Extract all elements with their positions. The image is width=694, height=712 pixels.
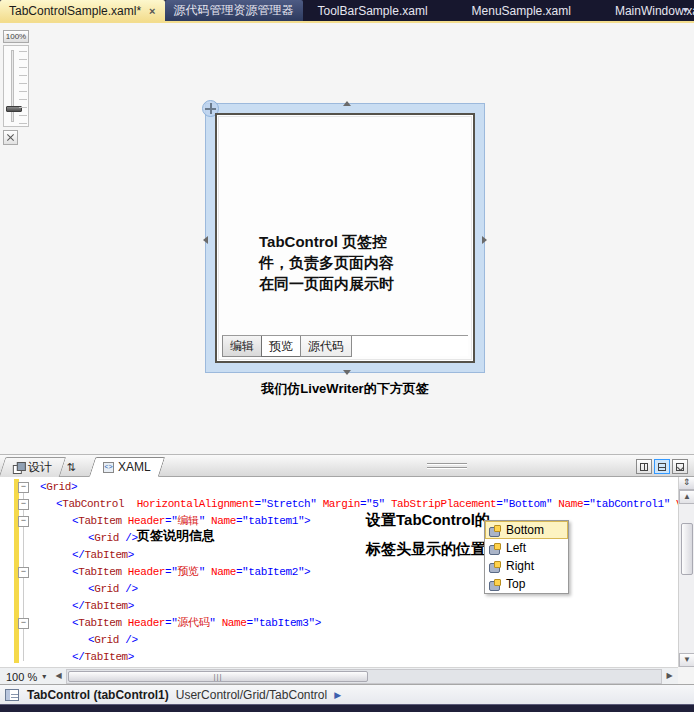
enum-value-icon [489, 561, 501, 572]
doc-tab-label: MenuSample.xaml [472, 4, 571, 18]
scroll-left-button[interactable]: ◀ [52, 669, 65, 684]
tabcontrol-tab-strip: 编辑预览源代码 [222, 335, 468, 356]
scroll-right-button[interactable]: ▶ [663, 669, 676, 684]
collapse-region-icon[interactable]: − [18, 516, 29, 527]
designer-xaml-split-bar[interactable]: 设计 ⇅ <>XAML [0, 455, 694, 477]
code-text: <Grid /> [40, 633, 138, 648]
intellisense-item-left[interactable]: Left [485, 539, 568, 557]
doc-tab-4[interactable]: MainWindow.xaml [606, 0, 694, 21]
breadcrumb-arrow-icon: ▶ [334, 690, 341, 700]
collapse-region-icon[interactable]: − [18, 567, 29, 578]
doc-tab-1[interactable]: 源代码管理资源管理器 [165, 0, 303, 21]
doc-tab-label: TabControlSample.xaml* [9, 4, 141, 18]
vertical-scroll-thumb[interactable] [681, 523, 693, 575]
enum-value-icon [489, 525, 501, 536]
editor-zoom-caret-icon: ▾ [42, 672, 46, 681]
annotation-set-tabcontrol-line1: 设置TabControl的 [366, 511, 490, 530]
intellisense-item-label: Left [506, 541, 526, 555]
code-text: <TabControl HorizontalAlignment="Stretch… [40, 497, 678, 512]
content-text-line: 件，负责多页面内容 [259, 252, 449, 273]
doc-tab-label: 源代码管理资源管理器 [174, 2, 294, 19]
code-line-9[interactable]: −<TabItem Header="源代码" Name="tabItem3"> [0, 615, 678, 632]
code-line-2[interactable]: −<TabControl HorizontalAlignment="Stretc… [0, 496, 678, 513]
document-outline-status-bar: TabControl (tabControl1) UserControl/Gri… [0, 684, 694, 704]
code-line-1[interactable]: −<Grid> [0, 479, 678, 496]
resize-handle-right[interactable] [482, 236, 487, 244]
designer-caption: 我们仿LiveWriter的下方页签 [205, 380, 485, 398]
selected-control-adorner[interactable]: TabControl 页签控件，负责多页面内容在同一页面内展示时 编辑预览源代码 [205, 103, 485, 373]
intellisense-item-bottom[interactable]: Bottom [485, 521, 568, 539]
preview-tab-plain[interactable]: 编辑 [222, 336, 262, 357]
tab-xaml-view[interactable]: <>XAML [89, 457, 165, 477]
code-line-8[interactable]: </TabItem> [0, 598, 678, 615]
code-lines: −<Grid>−<TabControl HorizontalAlignment=… [0, 479, 678, 666]
editor-zoom-value: 100 % [6, 671, 37, 683]
preview-tab-sel[interactable]: 预览 [261, 336, 301, 357]
code-line-6[interactable]: −<TabItem Header="预览" Name="tabItem2"> [0, 564, 678, 581]
collapse-region-icon[interactable]: − [18, 482, 29, 493]
horizontal-split-button[interactable] [654, 459, 670, 474]
code-line-4[interactable]: <Grid /> [0, 530, 678, 547]
code-text: <Grid> [40, 480, 77, 495]
close-tab-icon[interactable]: × [149, 5, 155, 17]
code-line-3[interactable]: −<TabItem Header="编辑" Name="tabItem1"> [0, 513, 678, 530]
selected-element-label[interactable]: TabControl (tabControl1) [27, 688, 169, 702]
window-bottom-edge [0, 704, 694, 712]
designer-zoom-widget: 100% [3, 30, 31, 148]
scroll-down-button[interactable]: ▼ [679, 653, 694, 667]
tab-overflow-icon[interactable]: ▾ [683, 4, 688, 15]
xaml-code-editor[interactable]: −<Grid>−<TabControl HorizontalAlignment=… [0, 477, 678, 667]
designer-zoom-slider[interactable] [3, 45, 29, 127]
doc-tab-3[interactable]: MenuSample.xaml [463, 0, 580, 21]
tabcontrol-content-text: TabControl 页签控件，负责多页面内容在同一页面内展示时 [259, 231, 449, 294]
enum-value-icon [489, 579, 501, 590]
tabcontrol-preview[interactable]: TabControl 页签控件，负责多页面内容在同一页面内展示时 编辑预览源代码 [215, 113, 475, 363]
horizontal-scroll-thumb[interactable]: ||| [68, 671, 368, 682]
resize-handle-bottom[interactable] [343, 370, 351, 375]
content-text-line: 在同一页面内展示时 [259, 273, 449, 294]
editor-zoom-selector[interactable]: 100 % ▾ [2, 669, 50, 684]
resize-handle-top[interactable] [343, 101, 351, 106]
scrollbar-splitter-handle[interactable]: ⇕ [679, 477, 694, 490]
intellisense-item-label: Bottom [506, 523, 544, 537]
enum-value-icon [489, 543, 501, 554]
editor-horizontal-scrollbar[interactable]: 100 % ▾ ◀ ||| ▶ [0, 667, 678, 684]
code-text: <TabItem Header="源代码" Name="tabItem3"> [40, 616, 321, 631]
intellisense-item-right[interactable]: Right [485, 557, 568, 575]
code-text: <TabItem Header="预览" Name="tabItem2"> [40, 565, 310, 580]
splitter-grip[interactable] [427, 463, 467, 471]
doc-tab-label: ToolBarSample.xaml [318, 4, 428, 18]
tabcontrol-content-area: TabControl 页签控件，负责多页面内容在同一页面内展示时 编辑预览源代码 [218, 116, 472, 360]
editor-vertical-scrollbar[interactable]: ⇕ ▲ ▼ [678, 477, 694, 667]
design-surface[interactable]: 100% TabControl 页签控件，负责多页面内容在同一页面内展示时 编辑… [0, 23, 694, 455]
collapse-region-icon[interactable]: − [18, 499, 29, 510]
code-text: <Grid /> [40, 582, 138, 597]
tab-design-view[interactable]: 设计 [0, 457, 66, 477]
element-path-breadcrumb[interactable]: UserControl/Grid/TabControl [176, 688, 327, 702]
intellisense-item-label: Top [506, 577, 525, 591]
collapse-region-icon[interactable]: − [18, 618, 29, 629]
document-outline-icon[interactable] [5, 689, 19, 701]
vertical-split-button[interactable] [636, 459, 652, 474]
resize-handle-left[interactable] [203, 236, 208, 244]
doc-tab-2[interactable]: ToolBarSample.xaml [309, 0, 437, 21]
xaml-view-icon: <> [103, 462, 114, 473]
code-line-10[interactable]: <Grid /> [0, 632, 678, 649]
code-line-7[interactable]: <Grid /> [0, 581, 678, 598]
code-line-5[interactable]: </TabItem> [0, 547, 678, 564]
document-tab-bar: TabControlSample.xaml*×源代码管理资源管理器ToolBar… [0, 0, 694, 21]
preview-tab-lite[interactable]: 源代码 [300, 336, 352, 357]
code-line-11[interactable]: </TabItem> [0, 649, 678, 666]
intellisense-item-top[interactable]: Top [485, 575, 568, 593]
doc-tab-0[interactable]: TabControlSample.xaml*× [0, 0, 165, 21]
intellisense-item-label: Right [506, 559, 534, 573]
horizontal-scroll-track[interactable]: ||| [66, 669, 662, 684]
designer-zoom-level[interactable]: 100% [3, 30, 29, 43]
swap-panes-button[interactable]: ⇅ [58, 457, 84, 477]
scroll-up-button[interactable]: ▲ [679, 490, 694, 504]
content-text-line: TabControl 页签控 [259, 231, 449, 252]
code-text: </TabItem> [40, 599, 134, 614]
zoom-fit-icon[interactable] [3, 130, 18, 145]
design-view-icon [13, 462, 24, 473]
collapse-pane-button[interactable] [672, 459, 688, 474]
